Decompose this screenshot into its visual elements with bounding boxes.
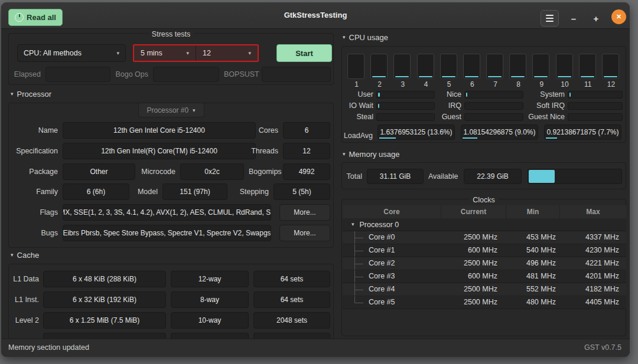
read-all-button[interactable]: Read all — [8, 9, 63, 26]
cache-ways-value: 8-way — [171, 291, 249, 308]
tree-branch-icon — [354, 283, 364, 296]
bugs-value: Eibrs Pbrsb, Spec Store Bypass, Spectre … — [63, 225, 271, 241]
processor-expander[interactable]: ▾ Processor — [11, 90, 51, 99]
cpu-core-meter: 11 — [579, 54, 597, 88]
cpu-usage-bar — [376, 102, 435, 110]
clock-table-row[interactable]: Core #3 600 MHz 481 MHz 4201 MHz — [343, 270, 626, 283]
cpu-core-meter: 2 — [370, 54, 389, 88]
bugs-more-button[interactable]: More... — [279, 225, 330, 241]
clocks-header-min[interactable]: Min — [506, 205, 559, 218]
cpu-core-meters: 1 2 3 — [347, 54, 620, 88]
clock-core-name: Core #5 — [369, 298, 395, 306]
stress-tests-frame: Stress tests CPU: All methods ▾ 5 mins ▾… — [8, 33, 334, 85]
loadavg-levelbar: 1.08154296875 (9.0%) — [461, 124, 538, 140]
cpu-core-number: 11 — [579, 80, 597, 88]
cpu-core-levelbar — [417, 54, 434, 79]
clock-current-value: 600 MHz — [441, 244, 506, 257]
clock-min-value: 480 MHz — [506, 296, 559, 309]
loadavg-levelbar: 1.6376953125 (13.6%) — [377, 124, 455, 140]
cpu-usage-bar-fill — [378, 93, 380, 97]
clock-max-value: 4182 MHz — [559, 283, 626, 296]
threads-value: 12 — [283, 143, 330, 159]
close-button[interactable]: ✕ — [611, 9, 626, 24]
clock-table-row[interactable]: Core #0 2500 MHz 453 MHz 4337 MHz — [343, 231, 626, 244]
elapsed-field[interactable] — [45, 67, 110, 82]
memory-available-value: 22.39 GiB — [464, 169, 522, 184]
cpu-core-levelbar — [556, 54, 573, 79]
status-message: Memory section updated — [8, 339, 89, 356]
clock-min-value: 481 MHz — [506, 270, 559, 283]
specification-label: Specification — [9, 143, 58, 159]
cpu-core-meter: 3 — [393, 54, 412, 88]
maximize-button[interactable]: + — [587, 10, 605, 27]
clock-table-row[interactable]: Core #4 2500 MHz 552 MHz 4182 MHz — [343, 283, 626, 296]
family-label: Family — [12, 183, 58, 200]
cpu-core-levelbar — [370, 54, 388, 79]
clocks-frame-label: Clocks — [342, 194, 626, 205]
clocks-header-current[interactable]: Current — [441, 205, 506, 218]
cpu-usage-bar-fill — [378, 104, 379, 108]
clock-core-cell: Core #0 — [343, 231, 441, 244]
cpu-core-fill — [604, 76, 617, 77]
clock-min-value: 552 MHz — [506, 283, 559, 296]
clock-current-value: 2500 MHz — [441, 231, 506, 244]
cpu-core-meter: 5 — [440, 54, 458, 88]
tree-expander-icon: ▾ — [351, 222, 354, 227]
tree-branch-icon — [354, 244, 364, 257]
memory-usage-frame: Total 31.11 GiB Available 22.39 GiB — [341, 162, 626, 189]
clock-current-value: 2500 MHz — [441, 257, 506, 270]
cpu-usage-bar — [568, 113, 623, 121]
cpu-core-fill — [581, 76, 594, 77]
clock-min-value: 453 MHz — [506, 231, 559, 244]
stress-tests-frame-label: Stress tests — [9, 28, 333, 39]
cpu-usage-expander[interactable]: ▾ CPU usage — [343, 33, 388, 42]
processor-selector-value: Processor #0 — [147, 106, 188, 114]
start-button[interactable]: Start — [276, 44, 332, 62]
cpu-core-meter: 9 — [532, 54, 551, 88]
bogo-ops-field[interactable] — [153, 67, 219, 82]
flags-more-button[interactable]: More... — [279, 204, 330, 221]
cpu-core-levelbar — [532, 54, 549, 79]
clock-table-row[interactable]: Core #5 2500 MHz 480 MHz 4405 MHz — [343, 296, 626, 309]
clock-table-row[interactable]: Core #2 2500 MHz 496 MHz 4221 MHz — [343, 257, 626, 270]
clock-core-name: Core #2 — [369, 259, 395, 267]
clock-max-value: 4337 MHz — [559, 231, 626, 244]
cpu-core-number: 3 — [393, 80, 412, 88]
bopsust-field[interactable] — [262, 67, 331, 82]
cpu-usage-bar-label: Nice — [438, 90, 461, 99]
processor-frame: Processor #0 ▾ Name 12th Gen Intel Core … — [8, 103, 334, 248]
bogomips-label: Bogomips — [249, 163, 278, 180]
cpu-core-number: 6 — [463, 80, 481, 88]
cpu-usage-bar-label: Guest Nice — [526, 113, 565, 121]
clocks-header-core[interactable]: Core — [343, 205, 441, 218]
clock-core-cell: Core #1 — [343, 244, 441, 257]
cache-size-value: 6 x 48 KiB (288 KiB) — [43, 271, 166, 287]
stress-workers-value: 12 — [203, 49, 211, 57]
stress-workers-dropdown[interactable]: 12 ▾ — [196, 45, 258, 61]
cache-frame: L1 Data 6 x 48 KiB (288 KiB) 12-way 64 s… — [8, 264, 334, 339]
expander-arrow-icon: ▾ — [343, 152, 346, 157]
processor-selector-dropdown[interactable]: Processor #0 ▾ — [138, 103, 204, 117]
cpu-core-number: 4 — [417, 80, 435, 88]
stepping-value: 5 (5h) — [274, 183, 330, 200]
stress-method-value: CPU: All methods — [24, 49, 82, 57]
clock-core-name: Core #0 — [369, 233, 395, 241]
stress-duration-dropdown[interactable]: 5 mins ▾ — [134, 45, 196, 61]
menu-button[interactable] — [541, 10, 559, 27]
clocks-group-row[interactable]: ▾ Processor 0 — [343, 218, 626, 231]
clock-current-value: 2500 MHz — [441, 283, 506, 296]
cpu-core-levelbar — [602, 54, 619, 79]
stress-method-dropdown[interactable]: CPU: All methods ▾ — [17, 44, 126, 62]
cache-size-value: 6 x 32 KiB (192 KiB) — [43, 291, 166, 308]
clock-max-value: 4201 MHz — [559, 270, 626, 283]
memory-usage-expander[interactable]: ▾ Memory usage — [343, 150, 400, 159]
cpu-core-number: 12 — [602, 80, 620, 88]
bogomips-value: 4992 — [283, 163, 330, 180]
minimize-button[interactable]: – — [565, 10, 582, 27]
clocks-header-max[interactable]: Max — [559, 205, 626, 218]
cpu-core-meter: 4 — [417, 54, 435, 88]
loadavg-levelbar: 0.92138671875 (7.7%) — [544, 124, 621, 140]
cache-expander[interactable]: ▾ Cache — [11, 251, 39, 260]
clock-table-row[interactable]: Core #1 600 MHz 540 MHz 4230 MHz — [343, 244, 626, 257]
specification-value: 12th Gen Intel(R) Core(TM) i5-12400 — [63, 143, 256, 159]
